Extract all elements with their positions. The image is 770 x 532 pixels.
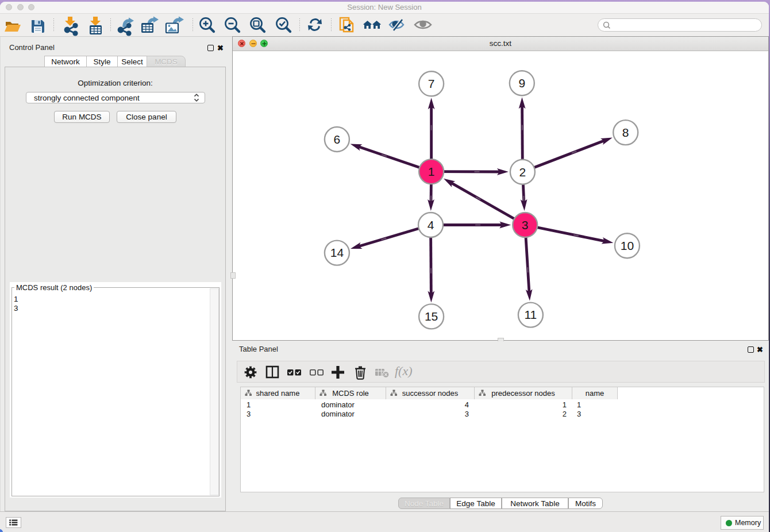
svg-text:11: 11 [524, 308, 537, 321]
svg-text:6: 6 [334, 133, 341, 146]
svg-text:2: 2 [519, 165, 526, 179]
svg-text:7: 7 [428, 77, 435, 90]
svg-text:4: 4 [428, 218, 434, 232]
svg-text:3: 3 [522, 218, 529, 232]
svg-text:8: 8 [622, 126, 629, 139]
svg-text:10: 10 [621, 239, 634, 252]
svg-text:15: 15 [425, 310, 438, 323]
svg-text:1: 1 [428, 165, 435, 178]
svg-text:14: 14 [330, 246, 344, 259]
svg-text:9: 9 [518, 76, 525, 90]
